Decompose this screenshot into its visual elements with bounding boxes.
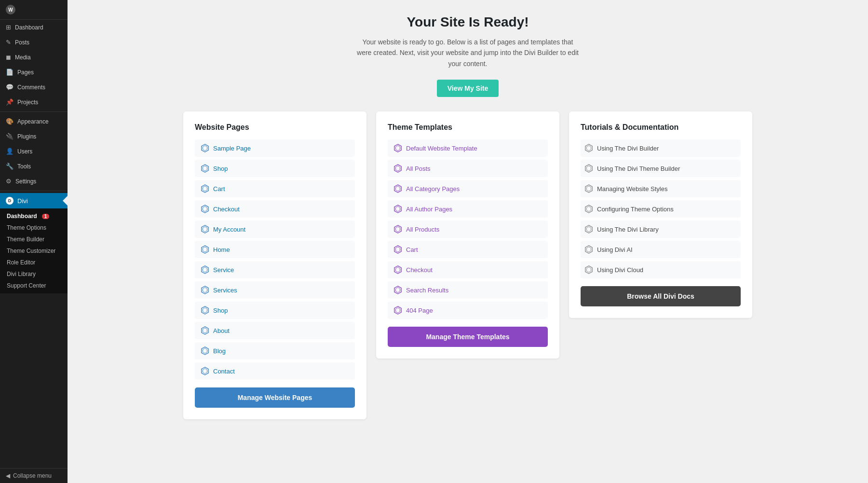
doc-item-website-styles[interactable]: Managing Website Styles: [581, 180, 741, 197]
divi-hex-icon: [201, 286, 209, 294]
manage-website-pages-button[interactable]: Manage Website Pages: [195, 387, 355, 408]
template-link-checkout[interactable]: Checkout: [406, 266, 433, 274]
list-item[interactable]: About: [195, 322, 355, 339]
sidebar-item-theme-customizer[interactable]: Theme Customizer: [0, 245, 68, 257]
divi-hex-icon: [201, 144, 209, 152]
sidebar-item-role-editor[interactable]: Role Editor: [0, 257, 68, 268]
main-content: Your Site Is Ready! Your website is read…: [68, 0, 868, 483]
page-link-shop[interactable]: Shop: [213, 165, 228, 172]
page-link-sample-page[interactable]: Sample Page: [213, 145, 251, 152]
svg-marker-3: [203, 166, 207, 171]
page-link-contact[interactable]: Contact: [213, 368, 235, 375]
nav-item-plugins[interactable]: 🔌 Plugins: [0, 129, 68, 144]
doc-item-divi-builder[interactable]: Using The Divi Builder: [581, 139, 741, 157]
list-item[interactable]: My Account: [195, 221, 355, 238]
divi-hex-icon: [201, 306, 209, 315]
sidebar-item-dashboard-sub[interactable]: Dashboard 1: [0, 210, 68, 222]
nav-item-settings[interactable]: ⚙ Settings: [0, 174, 68, 189]
sidebar-item-divi-library[interactable]: Divi Library: [0, 268, 68, 280]
template-link-search-results[interactable]: Search Results: [406, 287, 448, 294]
svg-marker-35: [396, 247, 400, 252]
theme-templates-title: Theme Templates: [388, 123, 548, 132]
nav-item-media[interactable]: ◼ Media: [0, 50, 68, 65]
svg-marker-47: [587, 186, 591, 192]
page-link-service[interactable]: Service: [213, 266, 234, 274]
list-item[interactable]: Contact: [195, 362, 355, 380]
svg-marker-15: [203, 288, 207, 293]
doc-item-theme-builder[interactable]: Using The Divi Theme Builder: [581, 160, 741, 177]
manage-theme-templates-button[interactable]: Manage Theme Templates: [388, 327, 548, 347]
template-link-default[interactable]: Default Website Template: [406, 145, 477, 152]
page-link-my-account[interactable]: My Account: [213, 226, 245, 233]
svg-marker-5: [203, 186, 207, 192]
page-link-about[interactable]: About: [213, 327, 230, 334]
projects-icon: 📌: [6, 98, 14, 106]
list-item[interactable]: Checkout: [388, 261, 548, 278]
template-link-all-posts[interactable]: All Posts: [406, 165, 431, 172]
list-item[interactable]: Services: [195, 281, 355, 299]
page-link-blog[interactable]: Blog: [213, 347, 226, 355]
nav-item-pages[interactable]: 📄 Pages: [0, 65, 68, 80]
nav-item-posts[interactable]: ✎ Posts: [0, 35, 68, 50]
list-item[interactable]: Shop: [195, 302, 355, 319]
nav-item-divi[interactable]: D Divi: [0, 193, 68, 208]
page-link-checkout[interactable]: Checkout: [213, 206, 240, 213]
svg-marker-37: [396, 267, 400, 273]
collapse-menu-button[interactable]: ◀ Collapse menu: [0, 468, 68, 483]
svg-marker-9: [203, 227, 207, 232]
list-item[interactable]: Sample Page: [195, 139, 355, 157]
list-item[interactable]: Default Website Template: [388, 139, 548, 157]
svg-marker-33: [396, 227, 400, 232]
list-item[interactable]: Cart: [388, 241, 548, 258]
template-link-category-pages[interactable]: All Category Pages: [406, 185, 460, 193]
doc-label: Using The Divi Theme Builder: [597, 165, 680, 172]
doc-icon: [584, 205, 593, 213]
doc-item-divi-cloud[interactable]: Using Divi Cloud: [581, 261, 741, 278]
sidebar-item-theme-options[interactable]: Theme Options: [0, 222, 68, 234]
svg-marker-1: [203, 146, 207, 151]
page-link-shop-2[interactable]: Shop: [213, 307, 228, 314]
nav-item-tools[interactable]: 🔧 Tools: [0, 159, 68, 174]
nav-item-users[interactable]: 👤 Users: [0, 144, 68, 159]
list-item[interactable]: All Products: [388, 221, 548, 238]
divi-hex-icon: [201, 205, 209, 213]
list-item[interactable]: Home: [195, 241, 355, 258]
nav-item-dashboard[interactable]: ⊞ Dashboard: [0, 20, 68, 35]
page-link-home[interactable]: Home: [213, 246, 230, 253]
page-link-services[interactable]: Services: [213, 287, 237, 294]
nav-item-projects[interactable]: 📌 Projects: [0, 95, 68, 110]
list-item[interactable]: Cart: [195, 180, 355, 197]
dashboard-icon: ⊞: [6, 24, 11, 31]
svg-marker-55: [587, 267, 591, 273]
template-link-all-products[interactable]: All Products: [406, 226, 439, 233]
doc-label: Using The Divi Builder: [597, 145, 659, 152]
template-link-cart[interactable]: Cart: [406, 246, 418, 253]
nav-item-comments[interactable]: 💬 Comments: [0, 80, 68, 95]
list-item[interactable]: All Author Pages: [388, 200, 548, 218]
view-site-button[interactable]: View My Site: [437, 80, 499, 97]
divi-hex-icon: [393, 306, 402, 315]
doc-item-divi-library[interactable]: Using The Divi Library: [581, 221, 741, 238]
sidebar-item-theme-builder[interactable]: Theme Builder: [0, 234, 68, 245]
theme-templates-card: Theme Templates Default Website Template…: [376, 111, 559, 359]
list-item[interactable]: Service: [195, 261, 355, 278]
list-item[interactable]: Search Results: [388, 281, 548, 299]
list-item[interactable]: Blog: [195, 342, 355, 359]
list-item[interactable]: Checkout: [195, 200, 355, 218]
divi-hex-icon: [393, 184, 402, 193]
sidebar-item-support-center[interactable]: Support Center: [0, 280, 68, 291]
list-item[interactable]: 404 Page: [388, 302, 548, 319]
list-item[interactable]: All Category Pages: [388, 180, 548, 197]
nav-item-appearance[interactable]: 🎨 Appearance: [0, 114, 68, 129]
browse-all-docs-button[interactable]: Browse All Divi Docs: [581, 286, 741, 306]
template-link-404-page[interactable]: 404 Page: [406, 307, 433, 314]
template-link-author-pages[interactable]: All Author Pages: [406, 206, 452, 213]
divi-hex-icon: [201, 265, 209, 274]
divi-hex-icon: [201, 346, 209, 355]
list-item[interactable]: All Posts: [388, 160, 548, 177]
doc-item-theme-options[interactable]: Configuring Theme Options: [581, 200, 741, 218]
svg-marker-25: [396, 146, 400, 151]
page-link-cart[interactable]: Cart: [213, 185, 225, 193]
list-item[interactable]: Shop: [195, 160, 355, 177]
doc-item-divi-ai[interactable]: Using Divi AI: [581, 241, 741, 258]
